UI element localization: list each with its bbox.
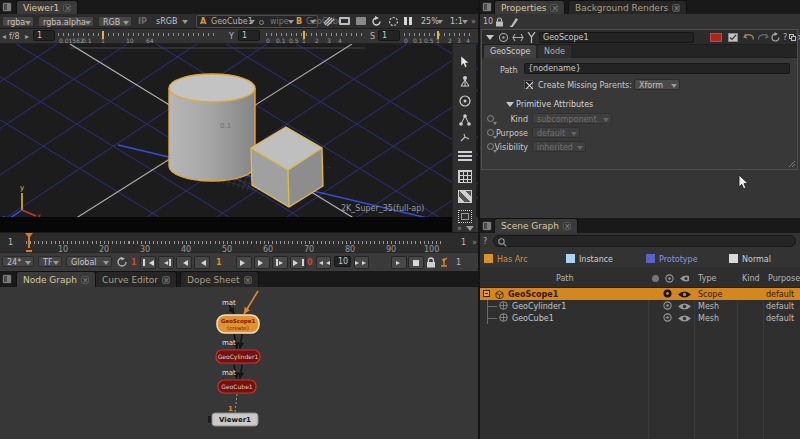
layer-select[interactable]: rgba.alpha xyxy=(38,16,94,27)
refresh-icon[interactable] xyxy=(371,16,382,27)
purpose-select[interactable]: default xyxy=(532,127,580,138)
close-icon[interactable]: × xyxy=(563,222,571,230)
b-input-select[interactable]: GeoCube1 xyxy=(302,16,318,27)
render-visibility-icon[interactable] xyxy=(665,274,674,283)
tab-scene-graph[interactable]: Scene Graph × xyxy=(494,218,578,233)
close-icon[interactable]: × xyxy=(550,4,558,12)
node-inputs-icon[interactable] xyxy=(512,32,524,43)
node-name-field[interactable]: GeoScope1 xyxy=(539,32,694,43)
zoom-level-select[interactable]: 25% xyxy=(417,16,445,27)
render-visibility-toggle[interactable] xyxy=(663,313,672,322)
a-input-select[interactable]: GeoCube1 xyxy=(207,16,257,27)
step-back-button[interactable] xyxy=(194,256,210,269)
node-geoscope1[interactable]: GeoScope1 (create) xyxy=(217,315,259,333)
step-forward-button[interactable] xyxy=(254,256,270,269)
tab-node-graph[interactable]: Node Graph × xyxy=(16,271,96,287)
playback-field-value[interactable]: 1 xyxy=(456,258,461,267)
viewer-connection[interactable] xyxy=(235,394,237,413)
kind-animation-menu[interactable] xyxy=(487,115,494,122)
lock-panels-icon[interactable] xyxy=(495,17,504,27)
revert-icon[interactable] xyxy=(770,32,781,43)
clear-panels-icon[interactable] xyxy=(509,17,519,27)
playhead-flag-icon[interactable] xyxy=(25,233,33,242)
render-visibility-toggle[interactable] xyxy=(663,301,672,310)
channel-select[interactable]: rgba xyxy=(2,16,34,27)
viewer-visibility-icon[interactable] xyxy=(680,274,689,283)
close-icon[interactable]: × xyxy=(672,4,680,12)
play-forward-button[interactable] xyxy=(236,256,252,269)
tab-node[interactable]: Node xyxy=(538,45,571,58)
viewer-visibility-toggle[interactable] xyxy=(678,290,691,299)
column-type[interactable]: Type xyxy=(698,274,716,283)
in-frame-value[interactable]: 1 xyxy=(131,258,137,267)
loop-mode-icon[interactable] xyxy=(116,257,128,268)
scale-tool-icon[interactable] xyxy=(458,113,472,127)
wipe-center-icon[interactable] xyxy=(259,20,264,25)
node-graph-canvas[interactable]: mat mat mat 1 GeoScope1 (create) GeoCyli… xyxy=(0,287,478,439)
skew-tool-icon[interactable] xyxy=(459,133,471,143)
pixel-aspect-select[interactable]: 1:1 xyxy=(446,16,470,27)
panel-menu-icon[interactable] xyxy=(2,2,12,12)
panel-menu-icon[interactable] xyxy=(482,2,492,12)
visibility-2d-icon[interactable] xyxy=(652,275,659,282)
a-buffer-label[interactable]: A xyxy=(200,17,206,26)
decrement-button[interactable] xyxy=(316,256,331,269)
viewer-process-select[interactable]: sRGB xyxy=(152,16,190,27)
undo-icon[interactable] xyxy=(743,33,755,42)
node-color-swatch[interactable] xyxy=(710,33,722,42)
checker-icon[interactable] xyxy=(458,190,472,203)
fstop-next-icon[interactable]: ▸ xyxy=(25,32,29,41)
visibility-select[interactable]: inherited xyxy=(532,141,586,152)
geo-cylinder-object[interactable] xyxy=(169,74,255,181)
search-input[interactable] xyxy=(493,235,796,247)
column-path[interactable]: Path xyxy=(556,274,574,283)
gain-slider[interactable] xyxy=(58,33,218,36)
layers-stack-icon[interactable] xyxy=(458,151,472,161)
proxy-stripes-icon[interactable] xyxy=(324,17,334,26)
fstop-prev-icon[interactable]: ◂ xyxy=(2,32,6,41)
prev-keyframe-button[interactable] xyxy=(158,256,174,269)
panel-menu-icon[interactable] xyxy=(482,221,492,231)
input-process-toggle[interactable]: IP xyxy=(138,17,147,26)
panel-collapse-icon[interactable] xyxy=(486,35,494,44)
close-icon[interactable]: × xyxy=(81,276,89,284)
center-node-icon[interactable] xyxy=(498,32,509,43)
node-viewer1[interactable]: Viewer1 xyxy=(208,413,258,426)
tab-curve-editor[interactable]: Curve Editor × xyxy=(95,271,177,287)
roi-icon[interactable] xyxy=(388,16,399,27)
scene-graph-row-geoscope1[interactable]: GeoScope1 Scope default xyxy=(480,288,800,300)
out-frame-value[interactable]: 0 xyxy=(307,258,313,267)
display-channels-select[interactable]: RGB xyxy=(98,16,132,27)
monitor-output-icon[interactable] xyxy=(339,17,350,25)
frame-guide-icon[interactable] xyxy=(458,210,472,223)
node-connection-selected[interactable] xyxy=(244,291,258,314)
translate-tool-icon[interactable] xyxy=(458,74,472,88)
rotate-tool-icon[interactable] xyxy=(458,94,472,108)
saturation-input[interactable]: 1 xyxy=(378,30,400,41)
scene-graph-row-geocube1[interactable]: GeoCube1 Mesh default xyxy=(480,312,800,324)
pause-icon[interactable] xyxy=(409,17,412,25)
grid-display-icon[interactable] xyxy=(458,170,472,183)
close-icon[interactable]: × xyxy=(162,276,170,284)
viewer-visibility-toggle[interactable] xyxy=(678,314,691,323)
panel-menu-icon[interactable] xyxy=(2,274,12,284)
node-geocube1[interactable]: GeoCube1 xyxy=(218,380,256,393)
render-button[interactable] xyxy=(408,256,424,269)
pin-icon[interactable] xyxy=(527,32,536,43)
range-mode-select[interactable]: Global xyxy=(66,256,112,267)
frame-slider-track[interactable] xyxy=(26,241,444,244)
redo-icon[interactable] xyxy=(757,33,769,42)
wipe-mode-select[interactable]: wipe xyxy=(266,16,296,27)
max-panels-value[interactable]: 10 xyxy=(483,17,493,26)
manage-knobs-icon[interactable] xyxy=(728,33,738,42)
select-tool-icon[interactable] xyxy=(460,56,470,68)
tab-background-renders[interactable]: Background Renders × xyxy=(568,0,687,14)
current-frame-value[interactable]: 1 xyxy=(216,258,222,267)
slider-overflow-icon[interactable]: » xyxy=(472,238,476,247)
go-to-end-button[interactable] xyxy=(290,256,306,269)
cache-pin-icon[interactable] xyxy=(439,257,449,268)
column-kind[interactable]: Kind xyxy=(742,274,760,283)
go-to-start-button[interactable] xyxy=(140,256,156,269)
create-parents-select[interactable]: Xform xyxy=(634,79,680,90)
expander-icon[interactable] xyxy=(483,290,490,297)
